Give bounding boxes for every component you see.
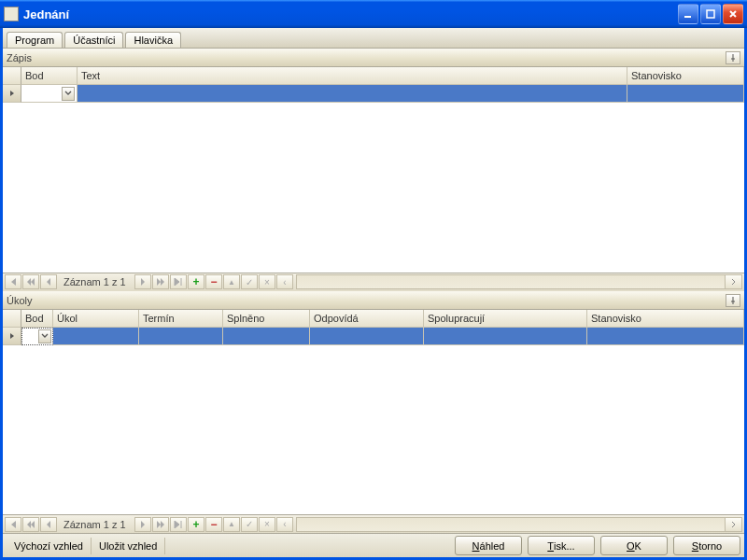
x-icon: × [264, 277, 270, 287]
col-termin[interactable]: Termín [139, 310, 223, 328]
nav-end-edit[interactable]: ✓ [241, 517, 258, 532]
vychozi-vzhled-button[interactable]: Výchozí vzhled [7, 538, 92, 554]
check-icon: ✓ [246, 519, 253, 529]
col-splneno[interactable]: Splněno [223, 310, 310, 328]
svg-rect-1 [707, 10, 714, 18]
nav-next-page[interactable] [152, 274, 169, 289]
bottom-bar: Výchozí vzhled Uložit vzhled Náhled Tisk… [3, 533, 744, 557]
cell-spolupracuji[interactable] [424, 328, 587, 345]
cell-stanovisko[interactable] [587, 328, 744, 345]
scroll-track[interactable] [296, 517, 742, 532]
col-stanovisko[interactable]: Stanovisko [627, 67, 744, 85]
panel-ukoly: Úkoly Bod Úkol Termín Splněno Odpovídá S… [3, 291, 744, 534]
nav-prev-page[interactable] [22, 517, 39, 532]
grid-zapis-row[interactable] [3, 85, 744, 103]
ok-rest: K [635, 540, 641, 552]
nav-prev-page[interactable] [22, 274, 39, 289]
nav-edit[interactable]: ▲ [223, 274, 240, 289]
content-area: Program Účastníci Hlavička Zápis Bod Tex… [0, 28, 747, 560]
nav-next[interactable] [134, 517, 151, 532]
row-header-corner[interactable] [3, 67, 21, 85]
minus-icon: − [210, 518, 217, 531]
col-stanovisko[interactable]: Stanovisko [587, 310, 744, 328]
tab-ucastnici[interactable]: Účastníci [64, 32, 123, 48]
minimize-button[interactable] [678, 4, 698, 24]
cell-bod[interactable] [21, 328, 53, 345]
scroll-track[interactable] [296, 274, 742, 289]
cell-odpovida[interactable] [310, 328, 424, 345]
nav-next[interactable] [134, 274, 151, 289]
nav-cancel-edit[interactable]: × [259, 274, 275, 289]
ulozit-vzhled-button[interactable]: Uložit vzhled [92, 538, 165, 554]
grid-ukoly-row[interactable] [3, 328, 744, 345]
maximize-button[interactable] [700, 4, 721, 24]
nav-undo[interactable]: ‹ [276, 517, 293, 532]
panel-ukoly-header: Úkoly [3, 291, 744, 310]
navigator-zapis: Záznam 1 z 1 + − ▲ ✓ × ‹ [3, 273, 744, 291]
col-spolupracuji[interactable]: Spolupracují [424, 310, 587, 328]
undo-icon: ‹ [283, 277, 286, 287]
nav-prev[interactable] [40, 517, 57, 532]
pin-button[interactable] [726, 51, 740, 64]
up-icon: ▲ [228, 520, 235, 528]
grid-zapis[interactable]: Bod Text Stanovisko [3, 67, 744, 273]
nav-delete[interactable]: − [205, 274, 222, 289]
tab-program[interactable]: Program [7, 32, 63, 48]
col-odpovida[interactable]: Odpovídá [310, 310, 424, 328]
current-row-icon [8, 90, 16, 97]
col-ukol[interactable]: Úkol [53, 310, 139, 328]
panel-zapis-title: Zápis [7, 52, 32, 63]
nav-next-page[interactable] [152, 517, 169, 532]
col-bod[interactable]: Bod [21, 310, 53, 328]
tisk-button[interactable]: Tisk... [528, 536, 595, 555]
navigator-ukoly: Záznam 1 z 1 + − ▲ ✓ × ‹ [3, 514, 744, 533]
cell-bod[interactable] [21, 85, 78, 103]
minus-icon: − [210, 275, 217, 288]
tisk-rest: isk... [554, 540, 575, 552]
nav-last[interactable] [170, 274, 187, 289]
close-button[interactable] [723, 4, 743, 24]
nav-undo[interactable]: ‹ [276, 274, 293, 289]
tab-hlavicka[interactable]: Hlavička [125, 32, 181, 48]
col-bod[interactable]: Bod [21, 67, 78, 85]
svg-rect-0 [684, 16, 691, 18]
record-indicator: Záznam 1 z 1 [58, 519, 134, 530]
row-indicator[interactable] [3, 328, 21, 345]
cell-stanovisko[interactable] [627, 85, 744, 103]
window-title: Jednání [23, 7, 678, 21]
col-text[interactable]: Text [78, 67, 627, 85]
nav-add[interactable]: + [188, 274, 204, 289]
check-icon: ✓ [246, 277, 253, 287]
dropdown-button[interactable] [38, 329, 51, 343]
row-indicator[interactable] [3, 85, 21, 103]
dropdown-button[interactable] [62, 87, 75, 101]
scroll-right[interactable] [725, 518, 741, 531]
row-header-corner[interactable] [3, 310, 21, 328]
nahled-button[interactable]: Náhled [455, 536, 522, 555]
nav-prev[interactable] [40, 274, 57, 289]
up-icon: ▲ [228, 278, 235, 287]
nav-first[interactable] [5, 517, 21, 532]
cell-splneno[interactable] [223, 328, 310, 345]
nav-last[interactable] [170, 517, 187, 532]
nav-end-edit[interactable]: ✓ [241, 274, 258, 289]
grid-zapis-header-row: Bod Text Stanovisko [3, 67, 744, 85]
nav-delete[interactable]: − [205, 517, 222, 532]
ok-button[interactable]: OK [600, 536, 668, 555]
nav-cancel-edit[interactable]: × [259, 517, 275, 532]
cell-ukol[interactable] [53, 328, 139, 345]
grid-ukoly[interactable]: Bod Úkol Termín Splněno Odpovídá Spolupr… [3, 310, 744, 515]
title-bar: Jednání [0, 0, 747, 28]
storno-button[interactable]: Storno [673, 536, 740, 555]
current-row-icon [8, 332, 16, 340]
x-icon: × [264, 519, 270, 529]
scroll-right[interactable] [725, 275, 741, 288]
nav-first[interactable] [5, 274, 21, 289]
panel-zapis: Zápis Bod Text Stanovisko Záznam 1 z 1 [3, 49, 744, 291]
nav-add[interactable]: + [188, 517, 204, 532]
pin-button[interactable] [726, 294, 740, 307]
panel-ukoly-title: Úkoly [7, 295, 33, 306]
cell-termin[interactable] [139, 328, 223, 345]
cell-text[interactable] [78, 85, 627, 103]
nav-edit[interactable]: ▲ [223, 517, 240, 532]
